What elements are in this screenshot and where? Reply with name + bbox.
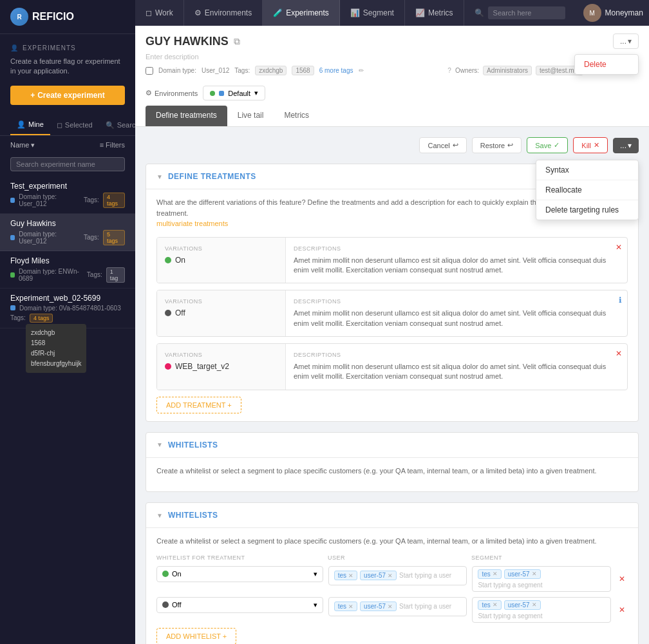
wl-user-field[interactable]: tes ✕ user-57 ✕ Start typing a user — [328, 597, 467, 616]
description-field[interactable]: Enter description — [146, 53, 639, 61]
header-menu-delete[interactable]: Delete — [575, 55, 638, 74]
info-icon[interactable]: ℹ — [619, 296, 622, 305]
content-area: Cancel ↩ Restore ↩ Save ✓ Kill ✕ ... ▾ — [135, 127, 649, 644]
kill-button[interactable]: Kill ✕ — [573, 137, 608, 153]
sidebar-tab-selected[interactable]: ◻ Selected — [50, 115, 99, 135]
experiment-meta: Domain type: User_012 Tags: 5 tags — [10, 230, 125, 245]
wl-segment-label: SEGMENT — [471, 554, 610, 561]
multivariate-link[interactable]: multivariate treatments — [156, 220, 228, 227]
remove-tag-icon[interactable]: ✕ — [493, 571, 498, 577]
experiments-icon: 👤 — [10, 44, 19, 52]
app-name: REFICIO — [32, 11, 74, 23]
wl-segment-field[interactable]: tes ✕ user-57 ✕ Start typing a segment — [472, 566, 611, 592]
descriptions-label: DESCRIPTIONS — [294, 298, 619, 305]
tab-live-tail[interactable]: Live tail — [227, 106, 274, 126]
wl-user-field[interactable]: tes ✕ user-57 ✕ Start typing a user — [328, 566, 467, 585]
cancel-button[interactable]: Cancel ↩ — [419, 137, 466, 153]
wl-segment-field[interactable]: tes ✕ user-57 ✕ Start typing a segment — [472, 597, 611, 623]
selected-icon: ◻ — [57, 121, 62, 129]
collapse-icon[interactable]: ▼ — [156, 512, 163, 519]
nav-search-input[interactable] — [488, 6, 565, 19]
save-button[interactable]: Save ✓ — [527, 137, 568, 153]
add-whitelist-button[interactable]: ADD WHITELIST + — [156, 628, 236, 644]
descriptions-label: DESCRIPTIONS — [294, 352, 619, 358]
remove-tag-icon[interactable]: ✕ — [348, 573, 353, 579]
tab-define-treatments[interactable]: Define treatments — [146, 106, 227, 126]
header-more-button[interactable]: ... ▾ — [613, 33, 639, 49]
tags-popup: zxdchgb 1568 d5fR-chj bfensburgfgyhuijk — [26, 324, 86, 373]
sidebar-section-title: 👤 EXPERIMENTS — [10, 44, 125, 52]
treatment-name: Off — [165, 308, 277, 317]
close-treatment-icon[interactable]: ✕ — [616, 243, 622, 252]
list-item[interactable]: Floyd Miles Domain type: ENWn-0689 Tags:… — [0, 251, 135, 289]
action-menu-syntax[interactable]: Syntax — [536, 160, 638, 180]
close-whitelist-row-icon[interactable]: ✕ — [616, 574, 628, 583]
list-item[interactable]: Test_experiment Domain type: User_012 Ta… — [0, 176, 135, 214]
whitelist-row: On ▾ tes ✕ user-57 ✕ — [156, 566, 628, 592]
collapse-icon[interactable]: ▼ — [156, 173, 163, 180]
search-icon: 🔍 — [475, 8, 484, 17]
restore-button[interactable]: Restore ↩ — [472, 137, 522, 153]
collapse-icon[interactable]: ▼ — [156, 441, 163, 448]
nav-item-environments[interactable]: ⚙ Environments — [184, 0, 263, 26]
treatment-left: VARIATIONS On — [157, 238, 286, 283]
arrow-icon: ↩ — [453, 141, 458, 149]
nav-user[interactable]: M Moneyman — [576, 4, 649, 22]
main-content: GUY HAWKINS ⧉ ... ▾ Delete Enter descrip… — [135, 26, 649, 644]
experiment-tags-row: Tags: 4 tags — [10, 314, 125, 323]
more-tags-link[interactable]: 6 more tags — [319, 67, 353, 74]
experiment-meta: Domain type: User_012 Tags: 4 tags — [10, 193, 125, 208]
add-treatment-button[interactable]: ADD TREATMENT + — [156, 397, 241, 413]
treatment-card: VARIATIONS Off DESCRIPTIONS Amet minim m… — [156, 290, 628, 337]
list-item[interactable]: Guy Hawkins Domain type: User_012 Tags: … — [0, 214, 135, 251]
nav-item-metrics[interactable]: 📈 Metrics — [405, 0, 464, 26]
dot-on-icon — [162, 571, 169, 577]
remove-tag-icon[interactable]: ✕ — [532, 571, 537, 577]
name-filter-label[interactable]: Name ▾ — [10, 141, 35, 149]
exp-indicator — [10, 198, 15, 203]
remove-tag-icon[interactable]: ✕ — [532, 601, 537, 608]
remove-tag-icon[interactable]: ✕ — [388, 573, 393, 579]
search-tab-icon: 🔍 — [106, 121, 115, 129]
search-input[interactable] — [10, 157, 125, 171]
segment-tag: tes ✕ — [478, 600, 501, 610]
dot-on-icon — [165, 257, 171, 263]
section-title: WHITELISTS — [168, 511, 218, 520]
exp-title: GUY HAWKINS — [146, 35, 229, 48]
wl-treatment-select-on[interactable]: On ▾ — [156, 566, 323, 582]
sidebar-description: Create a feature flag or experiment in y… — [10, 57, 125, 77]
variations-label: VARIATIONS — [165, 352, 277, 358]
exp-title-row: GUY HAWKINS ⧉ ... ▾ Delete — [146, 33, 639, 49]
treatment-left: VARIATIONS Off — [157, 290, 286, 336]
remove-tag-icon[interactable]: ✕ — [348, 603, 353, 610]
treatment-description: Amet minim mollit non deserunt ullamco e… — [294, 362, 619, 382]
experiments-nav-icon: 🧪 — [273, 8, 283, 17]
nav-item-experiments[interactable]: 🧪 Experiments — [263, 0, 340, 26]
logo-icon: R — [10, 8, 28, 26]
action-more-button[interactable]: ... ▾ — [613, 138, 639, 153]
nav-item-segment[interactable]: 📊 Segment — [340, 0, 405, 26]
action-menu-reallocate[interactable]: Reallocate — [536, 180, 638, 200]
action-menu-delete-rules[interactable]: Delete targeting rules — [536, 200, 638, 220]
list-item[interactable]: Experiment_web_02-5699 Domain type: 0Va-… — [0, 289, 135, 328]
remove-tag-icon[interactable]: ✕ — [388, 603, 393, 610]
remove-tag-icon[interactable]: ✕ — [493, 601, 498, 608]
nav-item-work[interactable]: ◻ Work — [135, 0, 184, 26]
whitelists-2-body: Create a whitelist or select a segment t… — [146, 528, 638, 644]
chevron-down-icon: ▾ — [31, 141, 35, 149]
treatment-card: VARIATIONS WEB_target_v2 DESCRIPTIONS Am… — [156, 343, 628, 390]
domain-checkbox[interactable] — [146, 67, 153, 75]
more-chevron-icon: ▾ — [628, 141, 632, 150]
close-treatment-icon[interactable]: ✕ — [616, 349, 622, 358]
filters-button[interactable]: ≡ Filters — [100, 141, 125, 149]
close-whitelist-row-icon[interactable]: ✕ — [616, 605, 628, 614]
sidebar-tab-mine[interactable]: 👤 Mine — [10, 115, 50, 135]
copy-icon[interactable]: ⧉ — [234, 36, 240, 47]
user-tag: user-57 ✕ — [360, 601, 397, 611]
tag-badge: 4 tags — [30, 314, 53, 323]
env-selector[interactable]: Default ▾ — [203, 86, 265, 100]
create-experiment-button[interactable]: + Create experiment — [10, 86, 125, 105]
tab-metrics[interactable]: Metrics — [274, 106, 319, 126]
edit-tags-icon[interactable]: ✏ — [359, 67, 364, 74]
wl-treatment-select-off[interactable]: Off ▾ — [156, 597, 323, 613]
